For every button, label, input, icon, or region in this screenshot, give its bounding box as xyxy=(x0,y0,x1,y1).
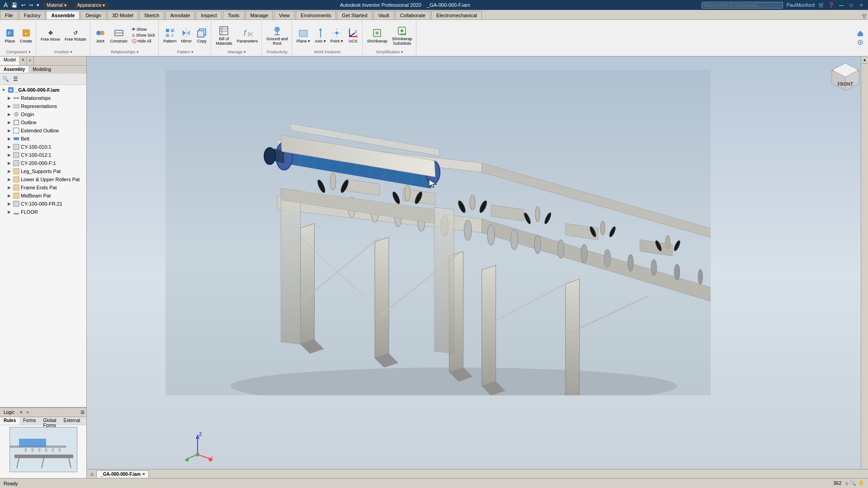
appearance-selector[interactable]: Appearance ▾ xyxy=(74,2,109,8)
cy100012-label: CY-100-012:1 xyxy=(21,152,85,158)
tree-item-relationships[interactable]: ▶ Relationships xyxy=(6,94,85,102)
show-button[interactable]: 👁 Show xyxy=(130,27,156,32)
assembly-subtab[interactable]: Assembly xyxy=(0,66,29,73)
copy-label: Copy xyxy=(197,39,207,43)
free-move-button[interactable]: ✥ Free Move xyxy=(39,28,62,42)
ucs-button[interactable]: XYZ UCS xyxy=(346,27,360,44)
expand-ribbon-btn[interactable]: ▽ xyxy=(862,13,866,19)
status-nav-icons: ⌂ 🔍 ✋ xyxy=(845,480,864,486)
look-at-button[interactable] xyxy=(855,38,865,47)
constrain-button[interactable]: Constrain xyxy=(108,27,130,44)
shrinkwrap-sub-button[interactable]: Sub ShrinkwrapSubstitute xyxy=(390,24,414,47)
tab-manage[interactable]: Manage xyxy=(245,11,274,19)
logic-menu-btn[interactable]: ☰ xyxy=(79,410,86,415)
tree-item-outline[interactable]: ▶ Outline xyxy=(6,118,85,127)
quick-access-undo[interactable]: ↩ xyxy=(21,2,25,8)
tab-file[interactable]: File xyxy=(0,11,18,19)
tab-tools[interactable]: Tools xyxy=(223,11,245,19)
tree-item-extended-outline[interactable]: ▶ Extended Outline xyxy=(6,127,85,135)
hide-all-button[interactable]: 🚫 Hide All xyxy=(130,38,156,44)
tab-inspect[interactable]: Inspect xyxy=(196,11,222,19)
quick-access-settings[interactable]: ▾ xyxy=(37,2,39,8)
tab-assemble[interactable]: Assemble xyxy=(46,11,80,19)
model-tab-close[interactable]: × xyxy=(20,56,27,65)
maximize-button[interactable]: □ xyxy=(848,2,854,8)
parameters-button[interactable]: f(x) Parameters xyxy=(235,27,260,44)
minimize-button[interactable]: — xyxy=(838,2,844,8)
tab-3dmodel[interactable]: 3D Model xyxy=(107,11,138,19)
ucs-icon: XYZ xyxy=(348,28,359,38)
model-tab-model[interactable]: Model xyxy=(0,56,20,65)
tree-item-frame-ends[interactable]: ▶ Frame Ends Pat xyxy=(6,183,85,192)
tab-collaborate[interactable]: Collaborate xyxy=(395,11,430,19)
help-icon[interactable]: ❓ xyxy=(828,2,835,8)
pan-status-icon[interactable]: ✋ xyxy=(858,480,864,486)
close-button[interactable]: ✕ xyxy=(858,2,864,8)
tab-environments[interactable]: Environments xyxy=(296,11,336,19)
tab-getstarted[interactable]: Get Started xyxy=(337,11,372,19)
view-cube[interactable]: FRONT xyxy=(827,61,863,97)
scroll-up-btn[interactable]: ▲ xyxy=(861,56,868,64)
constrain-label: Constrain xyxy=(110,39,128,43)
tree-item-origin[interactable]: ▶ Origin xyxy=(6,110,85,118)
ground-root-button[interactable]: Ground andRoot xyxy=(264,24,290,47)
tab-sketch[interactable]: Sketch xyxy=(139,11,165,19)
create-button[interactable]: + Create xyxy=(18,27,34,44)
rules-subtab[interactable]: Rules xyxy=(0,417,19,425)
tab-factory[interactable]: Factory xyxy=(19,11,46,19)
material-selector[interactable]: Material ▾ xyxy=(43,2,70,8)
doc-tab-active[interactable]: _GA-000-000-F.iam × xyxy=(96,470,149,478)
tree-item-cy100010[interactable]: ▶ CY-100-010:1 xyxy=(6,143,85,151)
tab-design[interactable]: Design xyxy=(80,11,106,19)
home-status-icon[interactable]: ⌂ xyxy=(845,480,848,486)
tree-item-cy200000f[interactable]: ▶ CY-200-000-F:1 xyxy=(6,159,85,167)
pattern-button[interactable]: Pattern xyxy=(161,27,178,44)
plane-button[interactable]: Plane ▾ xyxy=(295,27,312,44)
tab-electromechanical[interactable]: Electromechanical xyxy=(431,11,482,19)
tree-item-floor[interactable]: ▶ FLOOR xyxy=(6,208,85,216)
cart-icon[interactable]: 🛒 xyxy=(818,2,825,8)
bom-button[interactable]: Bill ofMaterials xyxy=(214,24,234,47)
search-input[interactable] xyxy=(702,2,783,9)
zoom-status-icon[interactable]: 🔍 xyxy=(850,480,856,486)
tree-search-btn[interactable]: 🔍 xyxy=(1,75,10,84)
tree-menu-btn[interactable]: ☰ xyxy=(11,75,20,84)
tab-view[interactable]: View xyxy=(274,11,295,19)
place-button[interactable]: P Place xyxy=(3,27,17,44)
axis-button[interactable]: Axis ▾ xyxy=(313,27,328,44)
tree-item-rollers[interactable]: ▶ Lower & Upper Rollers Pat xyxy=(6,175,85,183)
show-sick-button[interactable]: ⚠ Show Sick xyxy=(130,33,156,38)
svg-point-189 xyxy=(196,453,199,456)
home-view-button[interactable] xyxy=(855,29,865,38)
quick-access-redo[interactable]: ↪ xyxy=(29,2,33,8)
point-button[interactable]: Point ▾ xyxy=(329,27,345,44)
global-forms-subtab[interactable]: Global Forms xyxy=(40,417,60,425)
viewport[interactable]: FRONT Z X xyxy=(87,56,868,488)
viewport-scrollbar[interactable]: ▲ ▼ xyxy=(861,56,868,488)
tree-item-leg-supports[interactable]: ▶ Leg_Supports Pat xyxy=(6,167,85,175)
mirror-button[interactable]: Mirror xyxy=(179,27,193,44)
svg-point-128 xyxy=(340,179,349,193)
svg-rect-62 xyxy=(14,193,19,198)
free-rotate-button[interactable]: ↺ Free Rotate xyxy=(63,28,88,42)
tree-item-root[interactable]: ▼ _GA-000-000-F.iam xyxy=(1,86,85,94)
logic-tab-add[interactable]: + xyxy=(24,409,31,416)
quick-access-save[interactable]: 💾 xyxy=(11,2,18,8)
tab-vault[interactable]: Vault xyxy=(373,11,394,19)
external-subtab[interactable]: External xyxy=(60,417,84,425)
modeling-subtab[interactable]: Modeling xyxy=(29,66,55,73)
tree-item-representations[interactable]: ▶ Representations xyxy=(6,102,85,110)
tree-item-midbeam[interactable]: ▶ MidBeam Pat xyxy=(6,192,85,200)
logic-tab-close[interactable]: × xyxy=(18,410,24,415)
doc-tab-close-btn[interactable]: × xyxy=(142,472,145,476)
tab-annotate[interactable]: Annotate xyxy=(165,11,195,19)
joint-button[interactable]: Joint xyxy=(93,27,108,44)
tree-item-cy100000fr[interactable]: ▶ CY-100-000-FR:21 xyxy=(6,200,85,208)
model-tab-add[interactable]: + xyxy=(27,56,34,65)
shrinkwrap-button[interactable]: Shrinkwrap xyxy=(365,27,389,44)
forms-subtab[interactable]: Forms xyxy=(19,417,39,425)
tree-item-cy100012[interactable]: ▶ CY-100-012:1 xyxy=(6,151,85,159)
tree-item-belt[interactable]: ▶ Belt xyxy=(6,135,85,143)
copy-button[interactable]: Copy xyxy=(194,27,209,44)
home-icon[interactable]: ⌂ xyxy=(89,471,95,477)
